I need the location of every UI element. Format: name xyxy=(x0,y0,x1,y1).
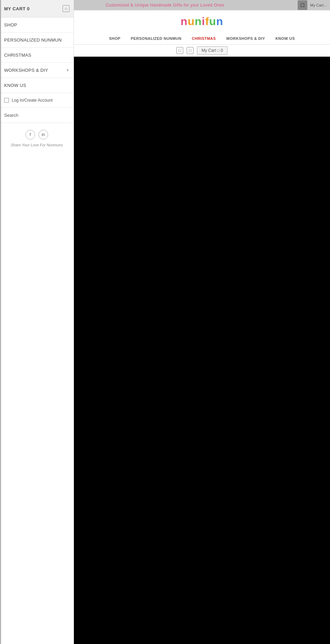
logo-letter-n2: n xyxy=(195,15,202,27)
logo-letter-i: i xyxy=(202,15,205,27)
logo-letter-n: n xyxy=(180,15,188,27)
sidebar-shop-label: SHOP xyxy=(4,22,17,27)
sidebar-christmas-label: CHRISTMAS xyxy=(4,53,31,58)
top-cart-icon[interactable]: □ xyxy=(298,0,307,10)
nav-know-us[interactable]: KNOW US xyxy=(275,36,295,41)
instagram-icon[interactable]: in xyxy=(38,130,48,139)
sidebar-login[interactable]: Log In/Create Account xyxy=(0,93,74,108)
logo-letter-f: f xyxy=(205,15,209,27)
facebook-icon[interactable]: f xyxy=(25,130,35,139)
sidebar-social-label: Share Your Love For Nunmuns xyxy=(11,143,63,147)
logo-letter-u: u xyxy=(188,15,195,27)
nav-personalized[interactable]: PERSONALIZED NUNMUN xyxy=(131,36,182,41)
main-content xyxy=(74,57,330,644)
main-nav: SHOP PERSONALIZED NUNMUN CHRISTMAS WORKS… xyxy=(74,33,330,45)
sidebar-item-christmas[interactable]: CHRISTMAS xyxy=(0,48,74,63)
logo[interactable]: nunifun xyxy=(180,15,223,28)
cart-bar-icon1[interactable]: □ xyxy=(176,47,183,54)
sidebar-social: f in Share Your Love For Nunmuns xyxy=(0,123,74,154)
tagline: Customized & Unique Handmade Gifts for y… xyxy=(106,3,224,8)
nav-workshops[interactable]: WORKSHOPS & DIY xyxy=(226,36,265,41)
nav-christmas[interactable]: CHRISTMAS xyxy=(192,36,216,41)
sidebar-edge-line xyxy=(0,0,1,644)
sidebar-item-personalized[interactable]: PERSONALIZED NUNMUN xyxy=(0,33,74,48)
cart-bar: □ □ My Cart □ 0 xyxy=(74,45,330,57)
top-account-label: My Cart... xyxy=(310,3,327,7)
sidebar-cart-label: MY CART 0 xyxy=(4,6,30,11)
top-bar-right: □ My Cart... xyxy=(298,0,327,10)
sidebar-cart-icon[interactable]: □ xyxy=(63,5,69,12)
sidebar: MY CART 0 □ SHOP PERSONALIZED NUNMUN CHR… xyxy=(0,0,74,644)
sidebar-item-shop[interactable]: SHOP xyxy=(0,18,74,33)
site-header: nunifun xyxy=(74,10,330,33)
sidebar-item-know-us[interactable]: KNOW US xyxy=(0,78,74,93)
login-checkbox-icon xyxy=(4,98,9,103)
workshops-expand-icon: ▼ xyxy=(66,68,69,72)
sidebar-search-label: Search xyxy=(4,113,18,118)
sidebar-login-label: Log In/Create Account xyxy=(12,98,53,103)
sidebar-personalized-label: PERSONALIZED NUNMUN xyxy=(4,37,62,43)
sidebar-workshops-label: WORKSHOPS & DIY xyxy=(4,68,48,73)
sidebar-item-workshops[interactable]: WORKSHOPS & DIY ▼ xyxy=(0,63,74,78)
sidebar-search[interactable]: Search xyxy=(0,108,74,123)
social-icons: f in xyxy=(25,130,48,139)
cart-bar-button[interactable]: My Cart □ 0 xyxy=(197,46,228,55)
sidebar-cart[interactable]: MY CART 0 □ xyxy=(0,0,74,18)
cart-bar-icon2[interactable]: □ xyxy=(187,47,194,54)
logo-letter-n3: n xyxy=(216,15,223,27)
nav-shop[interactable]: SHOP xyxy=(109,36,120,41)
logo-letter-u2: u xyxy=(209,15,217,27)
sidebar-know-us-label: KNOW US xyxy=(4,83,26,88)
